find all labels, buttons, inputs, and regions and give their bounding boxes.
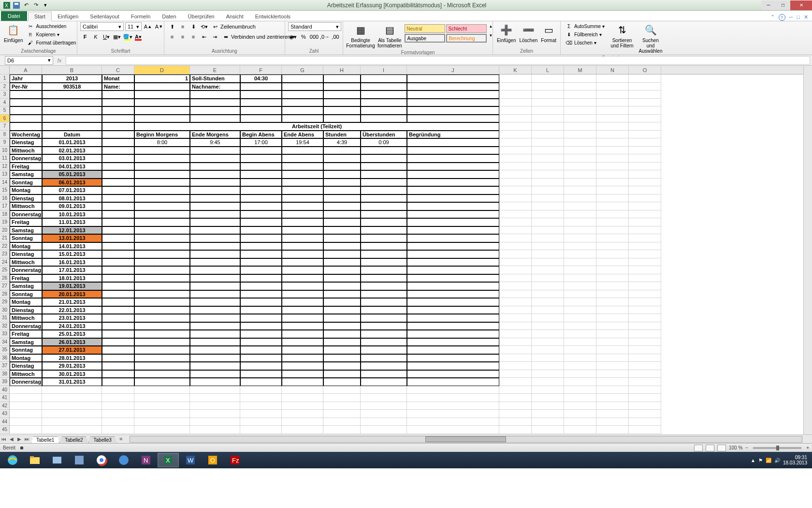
cell[interactable] <box>102 386 134 394</box>
cell-ende-morgens[interactable] <box>190 282 240 290</box>
cell-beginn-morgens[interactable] <box>134 258 190 267</box>
cell-ueberstunden[interactable] <box>361 290 407 299</box>
cell-stunden[interactable] <box>323 194 361 203</box>
cell[interactable] <box>102 410 134 418</box>
cell[interactable] <box>499 163 532 171</box>
cell[interactable] <box>361 75 407 83</box>
fill-button[interactable]: ⬇Füllbereich ▾ <box>564 30 607 38</box>
cell-stunden[interactable] <box>323 346 361 354</box>
cell[interactable] <box>407 402 499 410</box>
cell-ueberstunden[interactable] <box>361 242 407 251</box>
row-header-31[interactable]: 31 <box>0 314 10 322</box>
sort-filter-button[interactable]: ⇅Sortieren und Filtern <box>609 22 636 49</box>
col-header-M[interactable]: M <box>564 66 596 74</box>
cell[interactable] <box>102 250 134 258</box>
cell-ende-abens[interactable] <box>282 322 323 330</box>
cell[interactable] <box>102 346 134 354</box>
cell-beginn-morgens[interactable] <box>134 154 190 163</box>
cell[interactable] <box>499 290 532 299</box>
cell-wochentag[interactable]: Donnerstag <box>10 266 42 274</box>
cell[interactable] <box>282 90 323 99</box>
cell[interactable] <box>240 386 282 394</box>
cell-wochentag[interactable]: Mittwoch <box>10 314 42 322</box>
tray-clock[interactable]: 09:31 18.03.2013 <box>783 455 807 465</box>
cell[interactable] <box>499 346 532 354</box>
view-pagebreak-button[interactable] <box>717 445 726 451</box>
cell[interactable] <box>499 402 532 410</box>
cell[interactable] <box>102 154 134 163</box>
cell[interactable] <box>532 298 564 306</box>
hdr-datum[interactable]: Datum <box>42 131 102 139</box>
cell-begin-abens[interactable] <box>240 218 282 226</box>
cell-ende-abens[interactable] <box>282 226 323 235</box>
cell[interactable] <box>564 75 596 83</box>
hdr-stunden[interactable]: Stunden <box>323 131 361 139</box>
row-header-22[interactable]: 22 <box>0 242 10 251</box>
cell[interactable] <box>407 90 499 99</box>
cell[interactable] <box>596 210 629 219</box>
taskbar-app2-icon[interactable] <box>113 453 134 467</box>
cell-ueberstunden[interactable] <box>361 210 407 219</box>
cell[interactable] <box>564 274 596 283</box>
cell[interactable] <box>499 258 532 267</box>
cell[interactable] <box>282 115 323 123</box>
cell[interactable] <box>282 418 323 426</box>
cell[interactable] <box>596 290 629 299</box>
cell-datum[interactable]: 23.01.2013 <box>42 314 102 322</box>
col-header-G[interactable]: G <box>282 66 323 74</box>
cell[interactable] <box>10 386 42 394</box>
cell[interactable] <box>102 362 134 370</box>
cell[interactable] <box>564 218 596 226</box>
tab-review[interactable]: Überprüfen <box>182 12 220 21</box>
cell-ueberstunden[interactable] <box>361 258 407 267</box>
cell-ende-morgens[interactable] <box>190 322 240 330</box>
cell-ende-morgens[interactable] <box>190 186 240 194</box>
cell[interactable] <box>596 186 629 194</box>
cell-begin-abens[interactable] <box>240 234 282 242</box>
cell[interactable] <box>629 258 661 267</box>
cell-stunden[interactable] <box>323 163 361 171</box>
cell[interactable] <box>407 106 499 115</box>
cell-jahr-label[interactable]: Jahr <box>10 75 42 83</box>
cell[interactable] <box>596 338 629 346</box>
cell[interactable] <box>596 218 629 226</box>
cell[interactable] <box>323 410 361 418</box>
cell-ueberstunden[interactable] <box>361 354 407 362</box>
cell[interactable] <box>564 370 596 378</box>
cell[interactable] <box>323 426 361 434</box>
cell[interactable] <box>596 378 629 386</box>
cell[interactable] <box>102 322 134 330</box>
section-title[interactable]: Arbeitszeit (Teilzeit) <box>134 122 499 131</box>
cell[interactable] <box>282 394 323 402</box>
cell-stunden[interactable] <box>323 242 361 251</box>
cell[interactable] <box>564 378 596 386</box>
cell[interactable] <box>564 282 596 290</box>
cell[interactable] <box>134 99 190 107</box>
cell[interactable] <box>282 99 323 107</box>
cell[interactable] <box>596 226 629 235</box>
cell[interactable] <box>629 298 661 306</box>
row-header-23[interactable]: 23 <box>0 250 10 258</box>
row-header-35[interactable]: 35 <box>0 346 10 354</box>
row-header-9[interactable]: 9 <box>0 138 10 147</box>
cell-ueberstunden[interactable] <box>361 346 407 354</box>
cell[interactable] <box>323 99 361 107</box>
copy-button[interactable]: ⎘Kopieren ▾ <box>25 30 77 38</box>
cell-ende-abens[interactable] <box>282 250 323 258</box>
cell[interactable] <box>564 354 596 362</box>
cell-beginn-morgens[interactable] <box>134 338 190 346</box>
cell[interactable] <box>499 250 532 258</box>
row-header-39[interactable]: 39 <box>0 378 10 386</box>
cell-beginn-morgens[interactable] <box>134 322 190 330</box>
cell[interactable] <box>596 394 629 402</box>
row-header-30[interactable]: 30 <box>0 306 10 314</box>
cell[interactable] <box>190 106 240 115</box>
cell-ende-abens[interactable] <box>282 370 323 378</box>
cell-stunden[interactable] <box>323 266 361 274</box>
cell-wochentag[interactable]: Montag <box>10 186 42 194</box>
cell[interactable] <box>596 131 629 139</box>
cell[interactable] <box>499 202 532 210</box>
cell[interactable] <box>629 218 661 226</box>
cell-ueberstunden[interactable] <box>361 163 407 171</box>
cell[interactable] <box>190 418 240 426</box>
